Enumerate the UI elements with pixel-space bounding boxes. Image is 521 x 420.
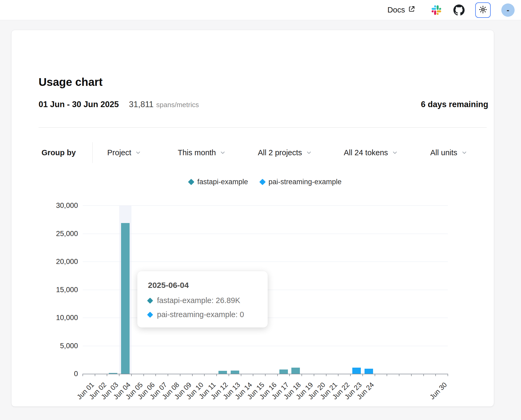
x-axis-tick xyxy=(143,374,144,376)
x-axis-tick xyxy=(411,374,412,376)
tooltip-row: fastapi-example: 26.89K xyxy=(148,296,257,305)
avatar[interactable]: - xyxy=(501,3,515,17)
days-remaining: 6 days remaining xyxy=(421,100,488,109)
sun-icon xyxy=(479,5,487,15)
group-by-label: Group by xyxy=(42,142,76,163)
chevron-down-icon xyxy=(306,149,312,156)
x-axis-tick xyxy=(435,374,436,376)
y-axis-label: 15,000 xyxy=(35,286,78,294)
y-axis-label: 0 xyxy=(35,370,78,378)
legend-label: fastapi-example xyxy=(197,178,248,186)
tooltip-row: pai-streaming-example: 0 xyxy=(148,310,257,319)
x-axis-tick xyxy=(362,374,363,376)
slack-icon[interactable] xyxy=(432,5,441,15)
bar-fastapi-example[interactable] xyxy=(279,369,288,374)
y-gridline xyxy=(83,205,448,206)
bar-pai-streaming-example[interactable] xyxy=(352,368,361,374)
units-dropdown[interactable]: All units xyxy=(430,142,468,163)
usage-unit: spans/metrics xyxy=(156,101,199,109)
tooltip-row-text: pai-streaming-example: 0 xyxy=(157,310,244,319)
x-axis-tick xyxy=(204,374,205,376)
usage-count: 31,811 xyxy=(129,100,154,109)
x-axis-tick xyxy=(192,374,193,376)
y-gridline xyxy=(83,262,448,262)
y-gridline xyxy=(83,346,448,346)
filter-bar: Group by Project This month All 2 projec… xyxy=(11,142,494,163)
x-axis-tick xyxy=(448,374,448,376)
x-axis-tick xyxy=(119,374,119,376)
bar-pai-streaming-example[interactable] xyxy=(365,369,373,374)
tooltip-diamond-icon xyxy=(147,312,153,318)
usage-summary: 01 Jun - 30 Jun 2025 31,811 spans/metric… xyxy=(39,100,488,109)
filter-divider xyxy=(92,142,93,163)
github-icon[interactable] xyxy=(453,5,465,16)
period-dropdown[interactable]: This month xyxy=(178,142,226,163)
x-axis-label: Jun 30 xyxy=(428,381,449,401)
chevron-down-icon xyxy=(135,149,141,156)
period-value: This month xyxy=(178,148,216,157)
x-axis-tick xyxy=(155,374,156,376)
y-axis-label: 30,000 xyxy=(35,201,78,210)
chart-tooltip: 2025-06-04 fastapi-example: 26.89Kpai-st… xyxy=(137,271,268,327)
legend-item-fastapi-example[interactable]: fastapi-example xyxy=(189,178,248,186)
tokens-dropdown[interactable]: All 24 tokens xyxy=(344,142,398,163)
x-axis-tick xyxy=(326,374,326,376)
tooltip-rows: fastapi-example: 26.89Kpai-streaming-exa… xyxy=(148,296,257,319)
external-link-icon xyxy=(408,6,415,14)
theme-toggle-button[interactable] xyxy=(475,2,491,18)
x-axis-tick xyxy=(350,374,351,376)
legend-item-pai-streaming-example[interactable]: pai-streaming-example xyxy=(260,178,342,186)
bar-fastapi-example[interactable] xyxy=(121,223,130,374)
y-gridline xyxy=(83,234,448,234)
tooltip-diamond-icon xyxy=(147,297,153,304)
bar-fastapi-example[interactable] xyxy=(231,371,239,374)
projects-dropdown[interactable]: All 2 projects xyxy=(258,142,312,163)
x-axis-tick xyxy=(107,374,107,376)
tooltip-row-text: fastapi-example: 26.89K xyxy=(157,296,240,305)
projects-value: All 2 projects xyxy=(258,148,302,157)
x-axis-tick xyxy=(229,374,229,376)
y-axis-label: 10,000 xyxy=(35,314,78,322)
chevron-down-icon xyxy=(392,149,398,156)
units-value: All units xyxy=(430,148,457,157)
tokens-value: All 24 tokens xyxy=(344,148,388,157)
y-axis-label: 25,000 xyxy=(35,230,78,238)
tooltip-date: 2025-06-04 xyxy=(148,281,257,290)
x-axis-tick xyxy=(399,374,399,376)
x-axis-tick xyxy=(375,374,375,376)
x-axis-tick xyxy=(301,374,302,376)
bar-fastapi-example[interactable] xyxy=(291,368,300,374)
legend-diamond-icon xyxy=(259,179,266,185)
x-axis-tick xyxy=(131,374,132,376)
y-axis-label: 5,000 xyxy=(35,342,78,350)
y-axis-label: 20,000 xyxy=(35,258,78,266)
x-axis-tick xyxy=(95,374,95,376)
x-axis-tick xyxy=(241,374,241,376)
chevron-down-icon xyxy=(461,149,468,156)
x-axis-tick xyxy=(277,374,278,376)
date-range: 01 Jun - 30 Jun 2025 xyxy=(39,100,119,109)
x-axis-tick xyxy=(168,374,168,376)
divider xyxy=(39,127,487,128)
chevron-down-icon xyxy=(220,149,226,156)
x-axis-tick xyxy=(82,374,83,376)
chart-legend: fastapi-examplepai-streaming-example xyxy=(83,178,448,186)
group-by-value: Project xyxy=(107,148,131,157)
legend-diamond-icon xyxy=(188,179,195,185)
usage-card: Usage chart 01 Jun - 30 Jun 2025 31,811 … xyxy=(11,30,494,407)
x-axis-tick xyxy=(338,374,338,376)
x-axis-tick xyxy=(423,374,424,376)
top-bar: Docs xyxy=(0,0,521,20)
x-axis-tick xyxy=(387,374,387,376)
group-by-dropdown[interactable]: Project xyxy=(107,142,141,163)
x-axis-tick xyxy=(289,374,290,376)
docs-link[interactable]: Docs xyxy=(387,6,415,14)
page-title: Usage chart xyxy=(39,76,102,89)
bar-fastapi-example[interactable] xyxy=(218,371,227,374)
x-axis-tick xyxy=(216,374,217,376)
x-axis-tick xyxy=(180,374,180,376)
x-axis-tick xyxy=(314,374,314,376)
docs-link-label: Docs xyxy=(387,6,405,14)
avatar-label: - xyxy=(507,6,509,15)
legend-label: pai-streaming-example xyxy=(268,178,342,186)
